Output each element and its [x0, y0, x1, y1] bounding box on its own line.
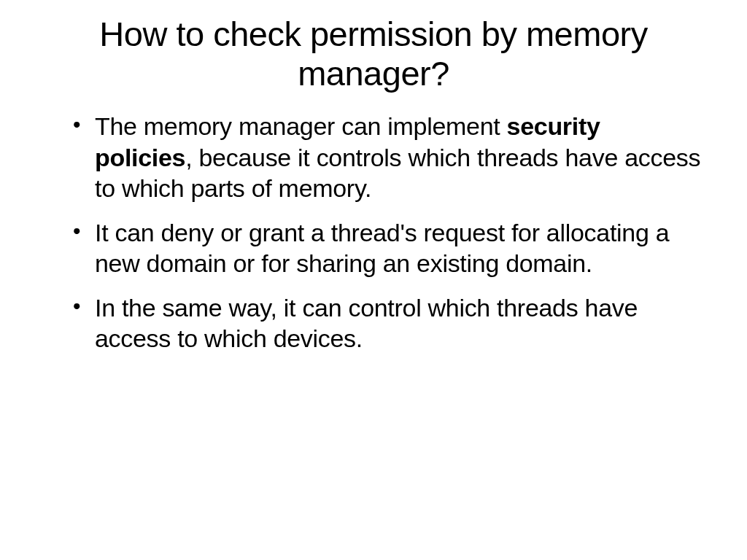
bullet-text-pre: The memory manager can implement	[95, 112, 507, 140]
bullet-text-pre: It can deny or grant a thread's request …	[95, 219, 669, 278]
bullet-text-post: , because it controls which threads have…	[95, 144, 700, 203]
list-item: In the same way, it can control which th…	[73, 292, 703, 354]
bullet-list: The memory manager can implement securit…	[44, 111, 703, 354]
list-item: The memory manager can implement securit…	[73, 111, 703, 204]
bullet-text-pre: In the same way, it can control which th…	[95, 294, 638, 353]
list-item: It can deny or grant a thread's request …	[73, 217, 703, 279]
slide-title: How to check permission by memory manage…	[44, 15, 703, 93]
